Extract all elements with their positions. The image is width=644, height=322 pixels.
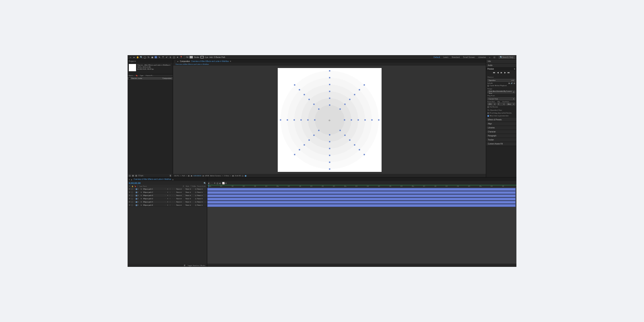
grid-icon[interactable]: ▦ bbox=[188, 175, 190, 177]
stroke-width[interactable]: 1 px bbox=[205, 56, 208, 58]
selection-handle[interactable] bbox=[293, 119, 295, 120]
preview-panel-header[interactable]: Preview≡ bbox=[486, 68, 516, 70]
selection-handle[interactable] bbox=[339, 130, 341, 131]
layer-duration-bar[interactable] bbox=[207, 201, 516, 204]
selection-handle[interactable] bbox=[363, 154, 365, 155]
visibility-toggle-icon[interactable]: 👁 bbox=[128, 191, 130, 193]
parent-pickwhip-icon[interactable]: @ bbox=[195, 188, 197, 190]
parent-pickwhip-icon[interactable]: @ bbox=[195, 191, 197, 193]
layer-bars-area[interactable] bbox=[207, 188, 516, 264]
track-matte[interactable]: None ▾ bbox=[186, 194, 194, 196]
fx-icon[interactable]: · bbox=[171, 201, 173, 203]
name-col[interactable]: Layer Name bbox=[139, 186, 147, 187]
lock-toggle-icon[interactable]: · bbox=[133, 188, 135, 190]
movetime-checkbox[interactable] bbox=[487, 115, 489, 117]
audio-panel-header[interactable]: Audio bbox=[486, 64, 516, 68]
blend-mode[interactable]: Norm ▾ bbox=[176, 191, 185, 193]
track-matte[interactable]: None ▾ bbox=[186, 198, 194, 200]
selection-handle[interactable] bbox=[299, 89, 300, 91]
bezier-checkbox[interactable] bbox=[214, 56, 215, 58]
shy-icon[interactable]: · bbox=[164, 188, 166, 190]
blend-mode[interactable]: Norm ▾ bbox=[176, 201, 185, 203]
tab-menu-icon[interactable]: ≡ bbox=[230, 60, 231, 62]
lock-toggle-icon[interactable]: · bbox=[133, 194, 135, 196]
3d-icon[interactable]: ◫ bbox=[242, 175, 244, 177]
workspace-more-icon[interactable]: » bbox=[489, 56, 490, 58]
lock-toggle-icon[interactable]: · bbox=[133, 201, 135, 203]
switches-icon[interactable]: ⚙ bbox=[183, 186, 184, 187]
next-frame-icon[interactable]: ▶ bbox=[504, 71, 506, 74]
collapse-icon[interactable]: ✶ bbox=[167, 188, 169, 190]
selection-handle[interactable] bbox=[309, 139, 310, 140]
canvas-area[interactable]: ⊕ bbox=[173, 66, 486, 174]
layer-row[interactable]: 👁◯·5★Ellipse path 5·✶/··Norm ▾None ▾@Non… bbox=[128, 200, 207, 204]
search-layers-icon[interactable]: 🔍 bbox=[204, 182, 206, 184]
selection-handle[interactable] bbox=[314, 104, 315, 105]
selection-handle[interactable] bbox=[294, 154, 295, 155]
solo-toggle-icon[interactable]: ◯ bbox=[131, 191, 133, 193]
label-col-icon[interactable]: 🔖 bbox=[134, 186, 136, 187]
selection-handle[interactable] bbox=[344, 119, 345, 120]
selection-handle[interactable] bbox=[359, 149, 360, 150]
col-name[interactable]: Name bbox=[129, 74, 133, 76]
layer-name[interactable]: Ellipse path 5 bbox=[142, 201, 164, 203]
toggle-switches-label[interactable]: Toggle Switches / Modes bbox=[188, 264, 205, 266]
selection-handle[interactable] bbox=[318, 109, 320, 110]
snapshot-icon[interactable]: ◉ bbox=[202, 175, 204, 177]
framerate-dropdown[interactable]: (60)▾ bbox=[487, 103, 496, 105]
rotate-tool-icon[interactable]: ↻ bbox=[147, 56, 150, 58]
workspace-small[interactable]: Small Screen bbox=[463, 56, 475, 58]
adjustment-icon[interactable]: · bbox=[174, 188, 176, 190]
selection-handle[interactable] bbox=[280, 119, 281, 120]
draft-icon[interactable]: ⬚ bbox=[211, 182, 213, 184]
selection-handle[interactable] bbox=[307, 119, 308, 120]
cache-checkbox[interactable] bbox=[487, 85, 489, 87]
time-display[interactable]: 0;00;00;00 bbox=[194, 175, 201, 177]
selection-handle[interactable] bbox=[378, 119, 379, 120]
shy-icon[interactable]: 👁 bbox=[214, 182, 216, 184]
parent-pickwhip-icon[interactable]: @ bbox=[195, 194, 197, 196]
selection-handle[interactable] bbox=[318, 130, 320, 131]
selection-handle[interactable] bbox=[351, 119, 352, 120]
collapse-icon[interactable]: ✶ bbox=[167, 191, 169, 193]
blend-mode[interactable]: Norm ▾ bbox=[176, 204, 185, 206]
selection-handle[interactable] bbox=[329, 161, 330, 163]
fill-label[interactable]: Fill bbox=[186, 56, 188, 58]
add-label[interactable]: Add bbox=[209, 56, 213, 58]
selection-handle[interactable] bbox=[354, 94, 355, 95]
solo-toggle-icon[interactable]: ◯ bbox=[131, 188, 133, 190]
flowchart-icon[interactable]: ⬚ bbox=[174, 60, 176, 62]
layer-duration-bar[interactable] bbox=[207, 191, 516, 194]
workspace-learn[interactable]: Learn bbox=[443, 56, 448, 58]
solo-toggle-icon[interactable]: ◯ bbox=[131, 204, 133, 206]
camera-tool-icon[interactable]: ▣ bbox=[151, 56, 153, 58]
lock-toggle-icon[interactable]: · bbox=[133, 191, 135, 193]
stroke-label[interactable]: Stroke bbox=[194, 56, 199, 58]
selection-handle[interactable] bbox=[344, 104, 345, 105]
collapse-icon[interactable]: ✶ bbox=[167, 194, 169, 196]
adjustment-icon[interactable]: · bbox=[174, 198, 176, 200]
quality-icon[interactable]: / bbox=[169, 191, 171, 193]
fast-preview-icon[interactable]: ⬤ bbox=[245, 175, 246, 177]
last-frame-icon[interactable]: ⏭ bbox=[508, 71, 510, 74]
blend-mode[interactable]: Norm ▾ bbox=[176, 198, 185, 200]
workspace-default[interactable]: Default bbox=[433, 56, 440, 58]
comp-tab-name[interactable]: Overview of After Effects and Lottie in … bbox=[191, 60, 229, 62]
parent-link[interactable]: None ▾ bbox=[197, 194, 206, 196]
visibility-toggle-icon[interactable]: 👁 bbox=[128, 198, 130, 200]
mode-col[interactable]: Mode bbox=[186, 186, 189, 187]
fx-icon[interactable]: · bbox=[171, 188, 173, 190]
comp-flowchart-icon[interactable]: ◧ bbox=[208, 182, 210, 184]
brush-tool-icon[interactable]: ✐ bbox=[165, 56, 168, 58]
selection-handle[interactable] bbox=[304, 144, 305, 145]
fill-swatch[interactable] bbox=[190, 56, 193, 58]
quality-icon[interactable]: / bbox=[169, 188, 171, 190]
layer-row[interactable]: 👁◯·3★Ellipse path 3·✶/··Norm ▾None ▾@Non… bbox=[128, 194, 207, 197]
selection-handle[interactable] bbox=[329, 134, 330, 135]
selection-handle[interactable] bbox=[349, 99, 350, 100]
fullscreen-checkbox[interactable] bbox=[487, 106, 489, 108]
hand-tool-icon[interactable]: ✋ bbox=[136, 56, 139, 58]
selection-handle[interactable] bbox=[299, 149, 300, 150]
align-panel-header[interactable]: Align bbox=[486, 122, 516, 126]
parent-link[interactable]: None ▾ bbox=[197, 191, 206, 193]
